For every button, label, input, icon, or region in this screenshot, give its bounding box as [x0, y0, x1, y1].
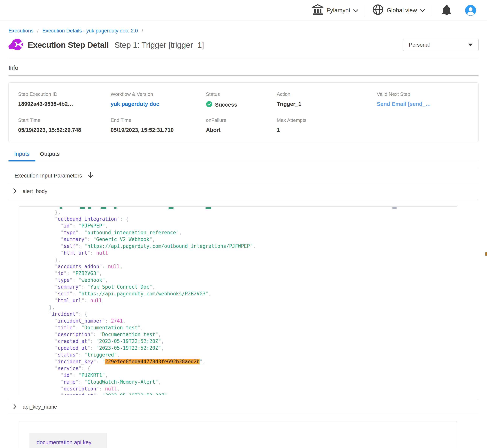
code-line: "id": "PJFWPEP", — [31, 223, 108, 229]
code-line: "id": "PZB2VG3", — [31, 271, 102, 276]
check-circle-icon — [206, 101, 212, 109]
field-label: onFailure — [206, 117, 277, 123]
tab-inputs[interactable]: Inputs — [8, 151, 35, 161]
execution-input-parameters-bar: Execution Input Parameters — [8, 168, 479, 183]
code-line: "self": "https://api.pagerduty.com/webho… — [31, 291, 211, 296]
field-value: Trigger_1 — [277, 101, 377, 107]
tab-outputs[interactable]: Outputs — [35, 151, 64, 161]
view-menu[interactable]: Global view — [365, 4, 432, 17]
scope-select[interactable]: Personal — [403, 39, 479, 51]
avatar[interactable] — [465, 5, 476, 16]
api-key-name-label: api_key_name — [23, 404, 57, 410]
page-subtitle: Step 1: Trigger [trigger_1] — [114, 40, 204, 50]
code-line: "incident": { — [31, 311, 87, 317]
workflow-logo-icon — [8, 38, 23, 51]
api-key-name-expand-row[interactable]: api_key_name — [8, 399, 479, 415]
org-menu[interactable]: Fylamynt — [305, 4, 365, 17]
execution-step-detail-page: Fylamynt Global view — [0, 0, 487, 448]
field-value: 05/19/2023, 15:52:31.710 — [111, 127, 206, 133]
field-max-attempts: Max Attempts 1 — [277, 117, 377, 134]
chevron-right-icon — [13, 403, 16, 410]
top-bar: Fylamynt Global view — [0, 0, 487, 21]
code-line: }, — [31, 209, 61, 215]
code-line: "status": "triggered", — [31, 352, 120, 358]
field-onfailure: onFailure Abort — [206, 117, 277, 134]
scrollbar-match-marker — [485, 252, 487, 256]
breadcrumb-executions-link[interactable]: Executions — [8, 28, 33, 34]
code-line: "updated_at": "2023-05-19T22:52:20Z", — [31, 345, 164, 351]
field-value: 18992a43-9538-4b2… — [18, 101, 111, 107]
chevron-right-icon — [13, 188, 16, 195]
download-arrow-icon[interactable] — [88, 172, 93, 179]
scope-select-value: Personal — [409, 42, 430, 48]
code-line: "name": "CloudWatch-Memory-Alert", — [31, 379, 161, 385]
field-label: Action — [277, 91, 377, 97]
chevron-down-icon — [420, 7, 425, 14]
status-badge: Success — [215, 102, 237, 108]
main-content: Executions / Execution Details - yuk pag… — [0, 28, 487, 448]
code-line: "type": "webhook", — [31, 277, 108, 283]
code-line: "created_at": "2023-05-19T22:52:20Z", — [31, 393, 170, 395]
code-line: "html_url": null — [31, 298, 102, 303]
code-line: "service": { — [31, 366, 90, 371]
code-line: "incident_number": 2741, — [31, 318, 126, 324]
view-menu-label: Global view — [387, 7, 417, 14]
breadcrumb: Executions / Execution Details - yuk pag… — [8, 28, 479, 34]
code-line: "self": "https://api.pagerduty.com/outbo… — [31, 243, 256, 249]
field-end-time: End Time 05/19/2023, 15:52:31.710 — [111, 117, 206, 134]
caret-down-icon — [468, 44, 473, 46]
globe-icon — [372, 4, 384, 17]
json-code-text: }, "outbound_integration": { "id": "PJFW… — [19, 209, 457, 395]
chevron-down-icon — [353, 7, 358, 14]
field-value: Abort — [206, 127, 277, 133]
field-workflow-version: Workflow & Version yuk pagerduty doc — [111, 91, 206, 117]
code-line: "title": "Documentation test", — [31, 325, 144, 330]
code-line: "outbound_integration": { — [31, 216, 129, 222]
field-start-time: Start Time 05/19/2023, 15:52:29.748 — [18, 117, 111, 134]
info-divider — [8, 75, 479, 76]
code-line: "created_at": "2023-05-19T22:52:20Z", — [31, 338, 164, 344]
api-key-name-chip: documentation api key — [29, 433, 107, 448]
header-divider — [8, 58, 479, 58]
field-action: Action Trigger_1 — [277, 91, 377, 117]
field-label: End Time — [111, 117, 206, 123]
code-line: "incident_key": "229efec8feda44778d3fe69… — [31, 359, 206, 364]
bank-icon — [312, 4, 324, 17]
code-line: "description": "Documentation test", — [31, 332, 161, 337]
field-label: Valid Next Step — [377, 91, 478, 97]
page-title: Execution Step Detail — [28, 40, 109, 50]
title-bar: Execution Step Detail Step 1: Trigger [t… — [8, 38, 479, 51]
field-label: Workflow & Version — [111, 91, 206, 97]
code-line: "html_url": null — [31, 250, 108, 256]
notifications-button[interactable] — [432, 4, 460, 16]
code-line: "summary": "Generic V2 Webhook", — [31, 237, 155, 242]
next-step-link[interactable]: Send Email [send_… — [377, 101, 478, 107]
breadcrumb-execution-details-link[interactable]: Execution Details - yuk pagerduty doc: 2… — [42, 28, 138, 34]
code-line: "accounts_addon": null, — [31, 264, 123, 269]
field-value: 05/19/2023, 15:52:29.748 — [18, 127, 111, 133]
clipped-code-line — [19, 207, 457, 209]
api-key-name-card: documentation api key — [19, 421, 457, 448]
alert-body-expand-row[interactable]: alert_body — [8, 183, 479, 199]
execution-input-parameters-title: Execution Input Parameters — [15, 173, 82, 179]
code-line: "description": null, — [31, 386, 120, 392]
field-status: Status Success — [206, 91, 277, 117]
bell-icon — [442, 4, 452, 16]
breadcrumb-separator: / — [142, 28, 143, 34]
workflow-link[interactable]: yuk pagerduty doc — [111, 101, 206, 107]
info-card: Step Execution ID 18992a43-9538-4b2… Wor… — [8, 82, 479, 142]
field-label: Status — [206, 91, 277, 97]
field-valid-next-step: Valid Next Step Send Email [send_… — [377, 91, 478, 117]
code-line: "id": "PUZKRT1", — [31, 372, 108, 378]
alert-body-label: alert_body — [23, 188, 47, 194]
field-step-execution-id: Step Execution ID 18992a43-9538-4b2… — [18, 91, 111, 117]
code-line: }, — [31, 304, 55, 310]
json-code-block[interactable]: }, "outbound_integration": { "id": "PJFW… — [19, 206, 457, 395]
info-section-title: Info — [8, 64, 479, 71]
breadcrumb-separator: / — [37, 28, 39, 34]
field-value: 1 — [277, 127, 377, 133]
org-menu-label: Fylamynt — [326, 7, 350, 14]
tab-bar: Inputs Outputs — [8, 151, 479, 161]
field-label: Start Time — [18, 117, 111, 123]
field-label: Max Attempts — [277, 117, 377, 123]
